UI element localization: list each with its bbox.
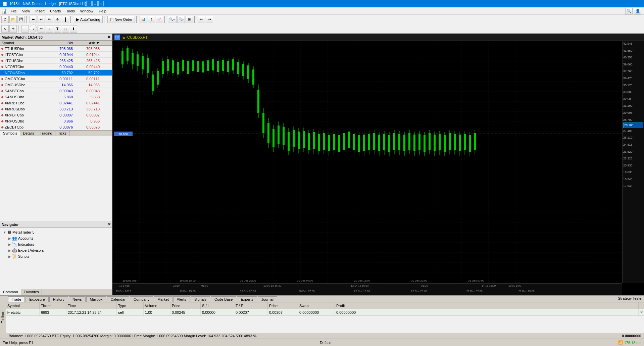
label-button[interactable]: ⬚ (62, 25, 69, 33)
close-button[interactable]: ✕ (98, 1, 104, 6)
scroll-right-button[interactable]: ⇥ (206, 16, 213, 23)
strategy-tester-tab[interactable]: Strategy Tester (618, 296, 643, 302)
market-watch-row-xrpusdbo[interactable]: ◆ XRPUSDbo 0.966 0.966 (0, 118, 112, 124)
tab-codebase[interactable]: Code Base (211, 296, 236, 302)
bar-chart-button[interactable]: 📊 (140, 16, 147, 23)
market-watch-tab-details[interactable]: Details (20, 131, 37, 136)
market-watch-row-neousdbo[interactable]: ◆ NEOUSDbo 59.792 59.792 (0, 70, 112, 76)
autotrading-button[interactable]: ▶ AutoTrading (74, 16, 103, 23)
market-watch-row-zecbtcbo[interactable]: ◆ ZECBTCbo 0.03876 0.03876 (0, 124, 112, 130)
close-trade-button[interactable]: ✕ (639, 310, 644, 314)
market-watch-row-ethusdbo[interactable]: ◆ ETHUSDbo 708.068 708.068 (0, 46, 112, 52)
maximize-button[interactable]: □ (92, 1, 98, 6)
navigator-close[interactable]: ✕ (108, 222, 111, 227)
line-chart-button[interactable]: 📈 (156, 16, 163, 23)
back-button[interactable]: ⬅ (30, 16, 37, 23)
menu-window[interactable]: Window (78, 8, 96, 14)
undo-button[interactable]: ↩ (38, 16, 45, 23)
ask-value: 14.966 (74, 83, 101, 87)
tab-trade[interactable]: Trade (8, 296, 25, 302)
nav-item-indicators[interactable]: ▶ 📉 Indicators (2, 241, 111, 247)
fit-button[interactable]: ⊞ (186, 16, 193, 23)
diamond-icon: ◆ (1, 77, 4, 81)
price-31290: 31.290 (623, 104, 643, 108)
cursor-button[interactable]: ↖ (1, 25, 9, 33)
market-watch-row-xrpbtcbo[interactable]: ◆ XRPBTCbo 0.00007 0.00007 (0, 112, 112, 118)
zoom-out-button[interactable]: 🔍- (177, 16, 185, 23)
tab-market[interactable]: Market (154, 296, 172, 302)
left-panel: Market Watch: 16:54:30 ✕ Symbol Bid Ask … (0, 34, 112, 295)
svg-rect-6 (132, 53, 134, 64)
tab-journal[interactable]: Journal (258, 296, 277, 302)
svg-rect-106 (383, 134, 385, 150)
zoom-in-button[interactable]: 🔍+ (168, 16, 177, 23)
svg-rect-4 (127, 48, 129, 61)
nav-tab-common[interactable]: Common (0, 289, 21, 295)
nav-item-experts[interactable]: ▶ 🤖 Expert Advisors (2, 247, 111, 253)
nav-item-mt5[interactable]: ▼ 🖥 MetaTrader 5 (2, 229, 111, 235)
menu-charts[interactable]: Charts (47, 8, 63, 14)
svg-rect-0 (112, 41, 622, 283)
tab-company[interactable]: Company (130, 296, 153, 302)
nav-item-scripts[interactable]: ▶ 📜 Scripts (2, 253, 111, 259)
expand-icon: ▼ (3, 231, 6, 234)
scroll-left-button[interactable]: ⇤ (198, 16, 205, 23)
date-label-2: 19 Dec 15:00 (180, 290, 196, 293)
tab-experts[interactable]: Experts (237, 296, 257, 302)
price-axis: 42.945 41.650 40.355 39.060 37.765 36.47… (622, 41, 644, 283)
tab-history[interactable]: History (49, 296, 68, 302)
tab-alerts[interactable]: Alerts (173, 296, 190, 302)
chart-area[interactable]: H1 ETCUSDbo,H1 (112, 34, 644, 295)
pencil-button[interactable]: ✏ (38, 25, 45, 33)
new-chart-button[interactable]: 🗋 (1, 16, 9, 23)
market-watch-tab-symbols[interactable]: Symbols (0, 131, 20, 136)
open-button[interactable]: 📂 (9, 16, 17, 23)
arrow-button[interactable]: ⬆ (70, 25, 77, 33)
menu-file[interactable]: File (8, 8, 19, 14)
nav-tab-favorites[interactable]: Favorites (21, 289, 42, 295)
search-button[interactable]: 🔍 (625, 8, 633, 14)
save-button[interactable]: 💾 (17, 16, 25, 23)
crosshair2-button[interactable]: ✛ (9, 25, 17, 33)
user-button[interactable]: 👤 (634, 8, 641, 14)
menu-help[interactable]: Help (96, 8, 109, 14)
nav-item-accounts[interactable]: ▶ 👥 Accounts (2, 235, 111, 241)
market-watch-tab-ticks[interactable]: Ticks (55, 131, 69, 136)
vertical-line-button[interactable]: | (62, 16, 69, 23)
chart-canvas[interactable]: 28.100 19 Dec 2017 19 Dec 15:00 19 Dec 2… (112, 41, 644, 295)
new-order-button[interactable]: 📋 New Order (107, 16, 135, 23)
market-watch-row-xmrbtcbo[interactable]: ◆ XMRBTCbo 0.02441 0.02441 (0, 100, 112, 106)
toolbox-vertical-label[interactable]: Toolbox (1, 311, 5, 323)
tab-news[interactable]: News (69, 296, 86, 302)
draw-button[interactable]: ✏ (46, 16, 53, 23)
minimize-button[interactable]: — (86, 1, 92, 6)
market-watch-row-sanbtcbo[interactable]: ◆ SANBTCbo 0.00043 0.00043 (0, 88, 112, 94)
hline-button[interactable]: — (21, 25, 29, 33)
tab-signals[interactable]: Signals (191, 296, 210, 302)
market-watch-row-ltcbtcbo[interactable]: ◆ LTCBTCbo 0.01944 0.01944 (0, 52, 112, 58)
line-button[interactable]: / (28, 23, 38, 34)
market-watch-close[interactable]: ✕ (107, 35, 111, 40)
market-watch-row-omgusdbo[interactable]: ◆ OMGUSDbo 14.966 14.966 (0, 82, 112, 88)
market-watch-row-omgbtcbo[interactable]: ◆ OMGBTCbo 0.00111 0.00111 (0, 76, 112, 82)
market-watch-row-xmrusdbo[interactable]: ◆ XMRUSDbo 330.713 330.713 (0, 106, 112, 112)
svg-rect-14 (152, 75, 154, 91)
fib-button[interactable]: ⟔ (46, 25, 53, 33)
symbol-name: SANUSDbo (5, 95, 24, 99)
candle-chart-button[interactable]: 🕯 (148, 16, 155, 23)
menu-view[interactable]: View (19, 8, 33, 14)
market-watch-tabs: Symbols Details Trading Ticks (0, 130, 112, 136)
svg-rect-22 (172, 60, 174, 73)
text-button[interactable]: T (54, 25, 61, 33)
crosshair-button[interactable]: ✛ (54, 16, 61, 23)
tab-calendar[interactable]: Calendar (107, 296, 129, 302)
svg-rect-68 (288, 132, 290, 151)
market-watch-row-ltcusdbo[interactable]: ◆ LTCUSDbo 263.425 263.425 (0, 58, 112, 64)
menu-insert[interactable]: Insert (33, 8, 47, 14)
market-watch-tab-trading[interactable]: Trading (37, 131, 55, 136)
tab-exposure[interactable]: Exposure (26, 296, 48, 302)
market-watch-row-neobtcbo[interactable]: ◆ NEOBTCbo 0.00440 0.00440 (0, 64, 112, 70)
market-watch-row-sanusdbo[interactable]: ◆ SANUSDbo 5.868 5.868 (0, 94, 112, 100)
menu-tools[interactable]: Tools (63, 8, 78, 14)
tab-mailbox[interactable]: Mailbox (86, 296, 106, 302)
